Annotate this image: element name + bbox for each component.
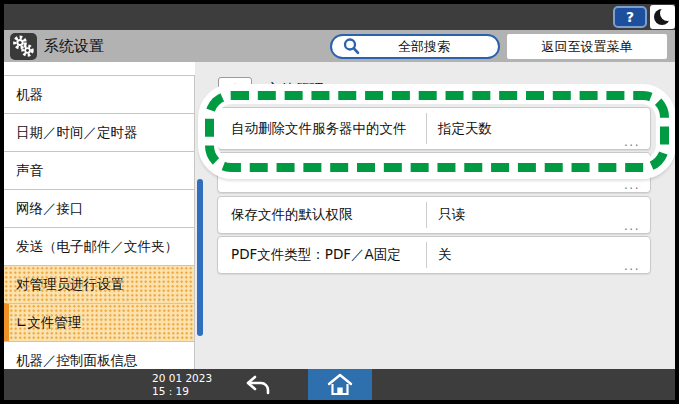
more-ellipsis-icon: ...	[624, 135, 640, 149]
device-screen: ? 系统设置	[4, 4, 675, 400]
home-button[interactable]	[308, 369, 372, 400]
back-button[interactable]	[232, 369, 284, 400]
setting-label: 自动删除文件服务器中的文件	[231, 120, 407, 138]
sidebar-item-file-management[interactable]: ∟文件管理	[4, 303, 194, 341]
return-to-settings-menu-button[interactable]: 返回至设置菜单	[507, 34, 667, 59]
page-title: 系统设置	[44, 30, 104, 62]
sidebar-item-network-interface[interactable]: 网络／接口	[4, 189, 194, 227]
sidebar-item-sound[interactable]: 声音	[4, 151, 194, 189]
sidebar-item-send-email-folder[interactable]: 发送（电子邮件／文件夹）	[4, 227, 194, 265]
row-divider	[426, 242, 427, 268]
setting-value: 关	[438, 246, 452, 264]
search-all-label: 全部搜索	[364, 38, 498, 56]
date-text: 20 01 2023	[152, 372, 212, 385]
system-settings-gears-icon	[10, 33, 37, 60]
help-button[interactable]: ?	[613, 6, 647, 28]
home-icon	[327, 373, 353, 397]
sidebar-item-machine[interactable]: 机器	[4, 75, 194, 113]
setting-label: 保存文件的默认权限	[231, 206, 353, 224]
setting-row-pdf-file-type[interactable]: PDF文件类型：PDF／A固定 关 ...	[217, 236, 651, 274]
setting-value: 只读	[438, 206, 465, 224]
back-arrow-icon	[244, 374, 272, 396]
setting-row-default-permission[interactable]: 保存文件的默认权限 只读 ...	[217, 196, 651, 234]
settings-body: 机器 日期／时间／定时器 声音 网络／接口 发送（电子邮件／文件夹） 对管理员进…	[4, 62, 675, 369]
search-icon	[340, 36, 364, 57]
more-ellipsis-icon: ...	[624, 259, 640, 273]
row-divider	[426, 202, 427, 228]
device-bezel: ? 系统设置	[0, 0, 679, 404]
sidebar-item-date-time-timer[interactable]: 日期／时间／定时器	[4, 113, 194, 151]
bottom-nav-bar: 20 01 2023 15 : 19	[4, 369, 675, 400]
datetime-display: 20 01 2023 15 : 19	[152, 372, 212, 398]
setting-row-auto-delete-files[interactable]: 自动删除文件服务器中的文件 指定天数 ...	[217, 107, 651, 150]
sidebar-item-machine-control-panel-info[interactable]: 机器／控制面板信息	[4, 341, 194, 369]
crescent-moon-icon	[654, 9, 670, 25]
sidebar-item-administrator-settings[interactable]: 对管理员进行设置	[4, 265, 194, 303]
more-ellipsis-icon: ...	[624, 219, 640, 233]
search-all-button[interactable]: 全部搜索	[330, 34, 500, 59]
setting-row-hidden[interactable]: ...	[217, 152, 651, 193]
settings-category-list: 机器 日期／时间／定时器 声音 网络／接口 发送（电子邮件／文件夹） 对管理员进…	[4, 62, 194, 369]
section-title: 文件管理	[266, 80, 324, 99]
more-ellipsis-icon: ...	[624, 178, 640, 192]
sidebar-divider	[194, 75, 195, 369]
setting-label: PDF文件类型：PDF／A固定	[231, 246, 401, 264]
energy-saver-button[interactable]	[650, 5, 675, 29]
setting-value: 指定天数	[438, 120, 492, 138]
up-level-button[interactable]: ↑	[218, 77, 252, 101]
row-divider	[426, 113, 427, 144]
content-scrollbar[interactable]	[197, 179, 203, 336]
app-header: 系统设置 全部搜索 返回至设置菜单	[4, 30, 675, 62]
time-text: 15 : 19	[152, 385, 212, 398]
status-top-bar: ?	[4, 4, 675, 30]
